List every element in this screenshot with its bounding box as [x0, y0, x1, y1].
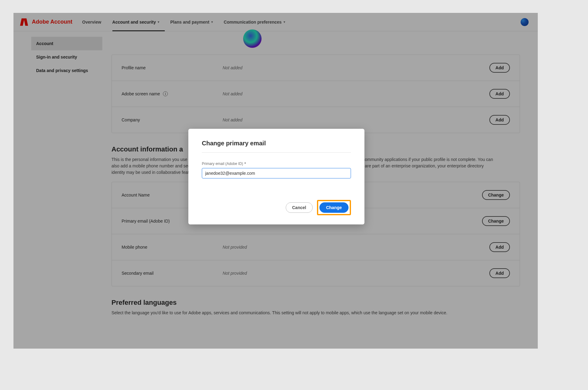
- change-button[interactable]: Change: [482, 216, 510, 226]
- row-value: Not added: [223, 91, 479, 96]
- tutorial-highlight: Change: [317, 200, 351, 215]
- chevron-down-icon: ▾: [158, 20, 159, 24]
- row-label: Profile name: [122, 65, 223, 70]
- nav-plans-payment-label: Plans and payment: [170, 20, 209, 25]
- chevron-down-icon: ▾: [284, 20, 285, 24]
- row-label: Secondary email: [122, 271, 223, 276]
- change-button[interactable]: Change: [482, 190, 510, 200]
- nav-plans-payment[interactable]: Plans and payment▾: [170, 13, 213, 31]
- nav-overview[interactable]: Overview: [82, 13, 101, 31]
- row-profile-name: Profile name Not added Add: [112, 55, 520, 81]
- profile-avatar[interactable]: [243, 29, 262, 48]
- primary-email-input[interactable]: [202, 168, 351, 178]
- pref-lang-desc: Select the language you'd like to use fo…: [111, 310, 497, 316]
- row-label: Adobe screen namei: [122, 91, 223, 96]
- modal-divider: [202, 152, 351, 153]
- chevron-down-icon: ▾: [211, 20, 213, 24]
- change-confirm-button[interactable]: Change: [319, 202, 349, 213]
- row-value: Not provided: [223, 271, 479, 276]
- profile-section: Profile name Not added Add Adobe screen …: [111, 55, 520, 133]
- nav-account-security-label: Account and security: [112, 20, 156, 25]
- top-nav: Adobe Account Overview Account and secur…: [13, 13, 538, 31]
- adobe-logo-icon: [21, 18, 29, 26]
- brand[interactable]: Adobe Account: [21, 18, 72, 26]
- row-value: Not provided: [223, 245, 479, 250]
- modal-actions: Cancel Change: [202, 200, 351, 215]
- user-avatar[interactable]: [521, 18, 529, 26]
- field-label: Primary email (Adobe ID)*: [202, 161, 351, 166]
- nav-account-security[interactable]: Account and security▾: [112, 13, 159, 31]
- add-button[interactable]: Add: [489, 89, 510, 99]
- row-value: Not added: [223, 117, 479, 122]
- row-label-text: Adobe screen name: [122, 91, 160, 96]
- pref-lang-heading: Preferred languages: [111, 299, 520, 307]
- sidebar-item-signin[interactable]: Sign-in and security: [31, 50, 102, 64]
- nav-overview-label: Overview: [82, 20, 101, 25]
- cancel-button[interactable]: Cancel: [286, 202, 313, 213]
- add-button[interactable]: Add: [489, 63, 510, 73]
- nav-items: Overview Account and security▾ Plans and…: [82, 13, 285, 31]
- add-button[interactable]: Add: [489, 242, 510, 252]
- sidebar-item-privacy[interactable]: Data and privacy settings: [31, 64, 102, 77]
- change-email-modal: Change primary email Primary email (Adob…: [188, 129, 364, 224]
- row-secondary-email: Secondary email Not provided Add: [112, 260, 520, 286]
- row-mobile: Mobile phone Not provided Add: [112, 234, 520, 260]
- row-screen-name: Adobe screen namei Not added Add: [112, 81, 520, 107]
- add-button[interactable]: Add: [489, 268, 510, 278]
- field-label-text: Primary email (Adobe ID): [202, 162, 243, 166]
- row-label: Mobile phone: [122, 245, 223, 250]
- nav-comm-prefs[interactable]: Communication preferences▾: [224, 13, 285, 31]
- row-label: Company: [122, 117, 223, 122]
- nav-comm-prefs-label: Communication preferences: [224, 20, 282, 25]
- row-value: Not added: [223, 65, 479, 70]
- info-icon[interactable]: i: [163, 91, 168, 96]
- add-button[interactable]: Add: [489, 115, 510, 125]
- required-asterisk: *: [244, 161, 246, 166]
- sidebar: Account Sign-in and security Data and pr…: [31, 37, 102, 322]
- modal-title: Change primary email: [202, 140, 351, 147]
- brand-name: Adobe Account: [32, 19, 72, 25]
- sidebar-item-account[interactable]: Account: [31, 37, 102, 50]
